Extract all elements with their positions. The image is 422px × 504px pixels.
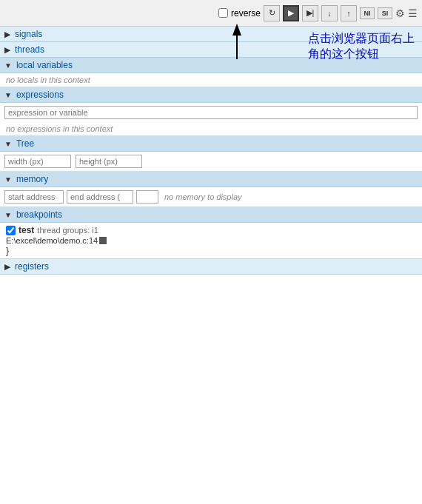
registers-toggle: ▶ bbox=[4, 263, 10, 271]
memory-body: 8 no memory to display bbox=[0, 187, 422, 207]
start-address-input[interactable] bbox=[4, 190, 64, 204]
reverse-text: reverse bbox=[231, 8, 261, 19]
signals-title: signals bbox=[15, 29, 42, 39]
gear-icon[interactable]: ⚙ bbox=[395, 7, 405, 19]
step-out-button[interactable]: ↑ bbox=[341, 5, 357, 21]
breakpoint-item: test thread groups: i1 E:\excel\demo\dem… bbox=[0, 223, 422, 258]
ni-button[interactable]: NI bbox=[360, 7, 375, 19]
step-into-button[interactable]: ↓ bbox=[321, 5, 338, 21]
signals-header[interactable]: ▶ signals bbox=[0, 27, 422, 42]
tree-header[interactable]: ▼ Tree bbox=[0, 136, 422, 152]
breakpoint-row: test thread groups: i1 bbox=[6, 225, 416, 235]
breakpoints-toggle: ▼ bbox=[4, 211, 12, 219]
main-content: ▶ signals ▶ threads ▼ local variables no… bbox=[0, 27, 422, 504]
tree-inputs-row bbox=[0, 152, 422, 171]
no-memory-text: no memory to display bbox=[164, 192, 242, 201]
expression-input[interactable] bbox=[4, 106, 418, 119]
local-variables-body: no locals in this context bbox=[0, 73, 422, 87]
expressions-body: no expressions in this context bbox=[0, 103, 422, 136]
breakpoint-detail: thread groups: i1 bbox=[37, 226, 98, 235]
memory-title: memory bbox=[16, 174, 48, 184]
threads-toggle: ▶ bbox=[4, 46, 10, 54]
registers-header[interactable]: ▶ registers bbox=[0, 259, 422, 275]
reverse-checkbox[interactable] bbox=[218, 8, 228, 18]
threads-header[interactable]: ▶ threads bbox=[0, 42, 422, 58]
end-address-input[interactable] bbox=[67, 190, 133, 204]
breakpoints-title: breakpoints bbox=[16, 209, 62, 220]
memory-header[interactable]: ▼ memory bbox=[0, 172, 422, 187]
local-variables-header[interactable]: ▼ local variables bbox=[0, 58, 422, 73]
reverse-label: reverse bbox=[218, 8, 261, 19]
breakpoint-name: test bbox=[19, 225, 34, 235]
refresh-button[interactable]: ↻ bbox=[264, 5, 280, 21]
registers-title: registers bbox=[15, 261, 49, 272]
breakpoint-location-text: E:\excel\demo\demo.c:14 bbox=[6, 236, 98, 245]
breakpoints-body: test thread groups: i1 E:\excel\demo\dem… bbox=[0, 223, 422, 259]
play-button[interactable]: ▶ bbox=[283, 5, 299, 21]
memory-inputs-row: 8 no memory to display bbox=[0, 187, 422, 206]
tree-title: Tree bbox=[16, 138, 34, 149]
step-over-button[interactable]: ▶| bbox=[302, 5, 318, 21]
breakpoint-location-icon bbox=[99, 237, 107, 244]
breakpoint-brace: } bbox=[6, 246, 416, 256]
memory-toggle: ▼ bbox=[4, 175, 12, 184]
tree-body bbox=[0, 152, 422, 172]
si-button[interactable]: SI bbox=[378, 7, 392, 19]
local-variables-toggle: ▼ bbox=[4, 61, 12, 70]
no-expressions-text: no expressions in this context bbox=[0, 122, 422, 135]
height-input[interactable] bbox=[76, 155, 142, 168]
local-variables-title: local variables bbox=[16, 60, 73, 70]
tree-toggle: ▼ bbox=[4, 140, 12, 148]
menu-icon[interactable]: ☰ bbox=[408, 7, 418, 19]
breakpoint-checkbox[interactable] bbox=[6, 226, 16, 235]
memory-size-input[interactable]: 8 bbox=[136, 190, 158, 204]
expressions-header[interactable]: ▼ expressions bbox=[0, 87, 422, 103]
toolbar: reverse ↻ ▶ ▶| ↓ ↑ NI SI ⚙ ☰ bbox=[0, 0, 422, 27]
width-input[interactable] bbox=[4, 155, 71, 168]
signals-toggle: ▶ bbox=[4, 30, 10, 38]
threads-title: threads bbox=[15, 44, 44, 55]
expressions-title: expressions bbox=[16, 90, 64, 100]
breakpoint-location: E:\excel\demo\demo.c:14 bbox=[6, 236, 416, 245]
no-locals-text: no locals in this context bbox=[0, 73, 422, 87]
breakpoints-header[interactable]: ▼ breakpoints bbox=[0, 207, 422, 223]
expressions-toggle: ▼ bbox=[4, 91, 12, 99]
